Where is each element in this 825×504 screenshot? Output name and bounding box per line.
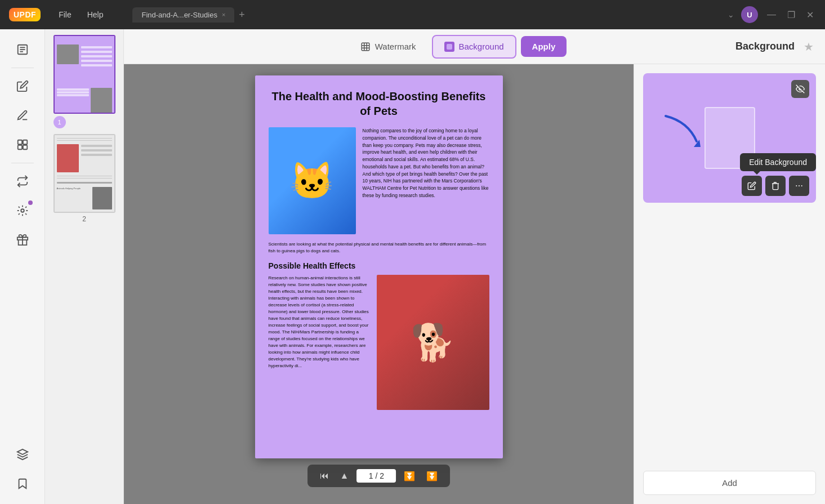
titlebar: UPDF File Help Find-and-A...er-Studies ×…	[0, 0, 825, 29]
page-indicator: 1 / 2	[356, 469, 396, 483]
maximize-button[interactable]: ❐	[785, 10, 797, 20]
watermark-label: Watermark	[375, 42, 416, 51]
viewer-and-panel: The Health and Mood-Boosting Benefits of…	[124, 64, 825, 504]
sidebar-divider-2	[11, 163, 34, 163]
svg-point-19	[796, 185, 797, 186]
pdf-bottom-content: Research on human-animal interactions is…	[269, 275, 489, 410]
background-action-bar	[742, 176, 809, 196]
thumb-text-line-3	[81, 55, 112, 57]
left-sidebar	[0, 29, 45, 504]
dropdown-icon[interactable]: ⌄	[728, 10, 734, 19]
sidebar-item-layers[interactable]	[9, 441, 36, 468]
thumb2-img-1	[57, 144, 79, 172]
thumbnail-page-1[interactable]: 1	[53, 35, 115, 128]
dog-emoji: 🐕	[411, 322, 456, 364]
edit-background-button[interactable]	[742, 176, 762, 196]
pdf-section-text: Research on human-animal interactions is…	[269, 275, 370, 410]
delete-background-button[interactable]	[765, 176, 786, 196]
menu-help[interactable]: Help	[81, 8, 110, 21]
thumb-line-12	[57, 91, 90, 93]
page-number-2: 2	[53, 215, 115, 223]
more-options-button[interactable]	[789, 176, 809, 196]
star-button[interactable]: ★	[804, 40, 814, 53]
eye-off-icon	[796, 84, 805, 93]
thumb-text-line-5	[81, 64, 112, 66]
sidebar-item-edit[interactable]	[9, 73, 36, 100]
go-next-button[interactable]: ⏬	[400, 470, 418, 483]
minimize-button[interactable]: —	[765, 10, 778, 20]
tab-close-button[interactable]: ×	[222, 11, 225, 18]
svg-point-21	[801, 185, 802, 186]
background-button[interactable]: Background	[432, 35, 516, 59]
main-layout: 1	[0, 29, 825, 504]
tab-area: Find-and-A...er-Studies × +	[132, 7, 716, 23]
svg-rect-12	[362, 43, 369, 51]
go-first-button[interactable]: ⏮	[316, 470, 332, 482]
pdf-title: The Health and Mood-Boosting Benefits of…	[269, 89, 489, 118]
user-avatar[interactable]: U	[741, 6, 758, 23]
spacer	[643, 209, 816, 464]
thumb-line-11	[57, 88, 90, 91]
sidebar-item-annotate[interactable]	[9, 102, 36, 129]
hide-background-button[interactable]	[791, 80, 809, 98]
thumb-line-13	[57, 94, 90, 96]
arrow-svg	[654, 110, 711, 155]
watermark-button[interactable]: Watermark	[349, 36, 427, 57]
pdf-section-title: Possible Health Effects	[269, 261, 489, 270]
top-toolbar: Watermark Background Apply Background ★	[124, 29, 825, 64]
svg-marker-11	[17, 449, 27, 454]
navigation-bar: ⏮ ▲ 1 / 2 ⏬ ⏬	[307, 465, 451, 487]
apply-button[interactable]: Apply	[521, 36, 567, 57]
pdf-caption: Scientists are looking at what the poten…	[269, 241, 489, 255]
edit-background-tooltip: Edit Background	[740, 153, 816, 171]
go-prev-button[interactable]: ▲	[337, 470, 353, 482]
toolbar-right: Background ★	[735, 40, 814, 53]
active-tab[interactable]: Find-and-A...er-Studies ×	[132, 7, 234, 23]
svg-rect-6	[17, 145, 21, 149]
page-number-badge-1: 1	[53, 116, 66, 128]
go-last-button[interactable]: ⏬	[423, 470, 441, 483]
background-icon	[444, 42, 454, 52]
thumb-image-block-2	[91, 88, 112, 114]
pdf-viewer: The Health and Mood-Boosting Benefits of…	[124, 64, 634, 504]
sidebar-item-reader[interactable]	[9, 36, 36, 63]
pdf-page: The Health and Mood-Boosting Benefits of…	[255, 75, 503, 458]
watermark-icon	[360, 42, 371, 52]
thumb2-text-1	[81, 145, 112, 147]
app-logo: UPDF	[9, 8, 41, 21]
svg-rect-4	[17, 140, 21, 144]
pdf-section: Possible Health Effects Research on huma…	[269, 261, 489, 410]
sidebar-item-gift[interactable]	[9, 226, 36, 253]
thumb-text-line-4	[81, 60, 112, 62]
thumbnail-page-2[interactable]: Animals Helping People 2	[53, 134, 115, 223]
new-tab-button[interactable]: +	[239, 9, 245, 21]
menu-bar: File Help	[52, 8, 110, 21]
cat-image: 🐱	[269, 127, 356, 234]
thumb-text-line	[81, 46, 112, 48]
sidebar-divider-1	[11, 68, 34, 68]
pdf-main-content: 🐱 Nothing compares to the joy of coming …	[269, 127, 489, 234]
sidebar-item-convert[interactable]	[9, 168, 36, 195]
add-button[interactable]: Add	[643, 471, 816, 495]
pdf-body-text: Nothing compares to the joy of coming ho…	[363, 127, 489, 234]
arrow-indicator	[654, 110, 711, 158]
menu-file[interactable]: File	[52, 8, 78, 21]
panel-title: Background	[735, 41, 795, 52]
content-area: Watermark Background Apply Background ★	[124, 29, 825, 504]
sidebar-item-ai[interactable]	[9, 197, 36, 224]
thumb2-animals-text: Animals Helping People	[57, 187, 91, 209]
thumbnail-image-2: Animals Helping People	[53, 134, 115, 213]
sidebar-item-organize[interactable]	[9, 131, 36, 158]
thumb2-img-3	[92, 187, 112, 209]
more-icon	[795, 181, 804, 190]
thumb2-text-3	[81, 154, 112, 156]
close-button[interactable]: ✕	[804, 10, 816, 20]
titlebar-controls: ⌄ U — ❐ ✕	[728, 6, 816, 23]
toolbar-center: Watermark Background Apply	[349, 35, 567, 59]
svg-rect-5	[23, 140, 26, 144]
dog-image: 🐕	[377, 275, 489, 410]
tab-label: Find-and-A...er-Studies	[141, 11, 217, 19]
sidebar-item-bookmark[interactable]	[9, 470, 36, 497]
cat-emoji: 🐱	[289, 160, 335, 202]
svg-point-20	[799, 185, 800, 186]
